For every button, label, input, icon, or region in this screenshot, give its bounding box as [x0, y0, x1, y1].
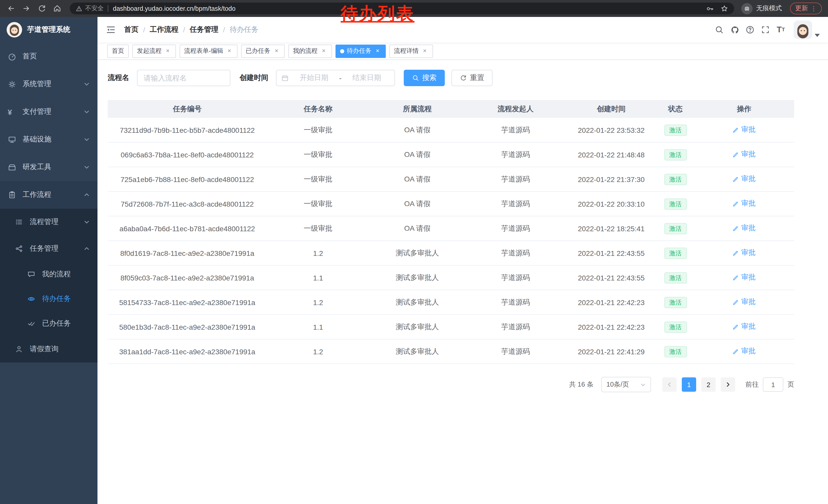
- sidebar-item-done-task[interactable]: 已办任务: [0, 311, 97, 336]
- sidebar-item-my-process[interactable]: 我的流程: [0, 262, 97, 287]
- cell-task-name: 1.1: [267, 323, 369, 331]
- reset-button-label: 重置: [470, 73, 484, 83]
- incognito-badge: 无痕模式: [741, 3, 782, 14]
- close-icon[interactable]: ×: [273, 47, 280, 55]
- tab-done-task[interactable]: 已办任务 ×: [241, 44, 285, 58]
- page-size-value: 10条/页: [606, 380, 629, 389]
- chevron-up-icon: [84, 192, 90, 198]
- sidebar-item-label: 基础设施: [23, 135, 51, 144]
- approve-link[interactable]: 审批: [733, 273, 756, 282]
- sidebar-item-task-mgmt[interactable]: 任务管理: [0, 235, 97, 262]
- user-menu[interactable]: [794, 20, 820, 39]
- github-icon[interactable]: [727, 22, 742, 37]
- security-label[interactable]: 不安全: [85, 4, 104, 13]
- approve-link[interactable]: 审批: [733, 297, 756, 307]
- sidebar-item-workflow[interactable]: 工作流程: [0, 181, 97, 209]
- prev-page-button[interactable]: [662, 377, 677, 392]
- approve-link[interactable]: 审批: [733, 199, 756, 209]
- browser-update-button[interactable]: 更新 ⋮: [790, 3, 822, 14]
- url-text[interactable]: dashboard.yudao.iocoder.cn/bpm/task/todo: [113, 5, 236, 12]
- tab-todo-task[interactable]: 待办任务 ×: [335, 44, 386, 58]
- reset-button[interactable]: 重置: [451, 70, 493, 86]
- bookmark-star-icon[interactable]: [720, 4, 729, 12]
- tab-process-detail[interactable]: 流程详情 ×: [389, 44, 433, 58]
- approve-link[interactable]: 审批: [733, 125, 756, 135]
- sidebar-item-payment[interactable]: ¥ 支付管理: [0, 98, 97, 126]
- next-page-button[interactable]: [721, 377, 735, 392]
- goto-page-input[interactable]: [763, 377, 783, 392]
- page-size-select[interactable]: 10条/页: [601, 377, 651, 392]
- font-size-icon[interactable]: TT: [773, 22, 788, 37]
- avatar[interactable]: [794, 20, 812, 39]
- close-icon[interactable]: ×: [226, 47, 233, 55]
- page-button-2[interactable]: 2: [701, 377, 716, 392]
- cell-task-id: 73211d9d-7b9b-11ec-b5b7-acde48001122: [108, 126, 267, 134]
- date-range-picker[interactable]: 开始日期 - 结束日期: [276, 70, 395, 86]
- home-icon[interactable]: [50, 2, 64, 15]
- approve-link[interactable]: 审批: [733, 224, 756, 233]
- sidebar-item-label: 待办任务: [42, 294, 71, 304]
- tab-my-process[interactable]: 我的流程 ×: [288, 44, 332, 58]
- sidebar-item-label: 任务管理: [30, 244, 58, 253]
- tab-start-process[interactable]: 发起流程 ×: [132, 44, 176, 58]
- approve-link[interactable]: 审批: [733, 175, 756, 184]
- breadcrumb-current: 待办任务: [230, 25, 258, 34]
- cell-created: 2022-01-22 18:25:41: [566, 224, 657, 232]
- help-icon[interactable]: [742, 22, 758, 37]
- end-date-input[interactable]: 结束日期: [344, 73, 390, 83]
- process-name-input[interactable]: [137, 70, 230, 86]
- list-icon: [15, 218, 24, 226]
- app-logo[interactable]: 芋道管理系统: [0, 17, 97, 43]
- table-row: 381aa1dd-7ac8-11ec-a9e2-a2380e71991a 1.2…: [108, 339, 794, 364]
- sidebar-item-infrastructure[interactable]: 基础设施: [0, 126, 97, 153]
- column-actions: 操作: [694, 104, 794, 113]
- tab-home[interactable]: 首页: [107, 44, 129, 58]
- search-button[interactable]: 搜索: [404, 70, 445, 86]
- logo-image: [7, 22, 22, 37]
- back-icon[interactable]: [4, 2, 17, 15]
- approve-link[interactable]: 审批: [733, 322, 756, 331]
- reload-icon[interactable]: [35, 2, 48, 15]
- approve-link[interactable]: 审批: [733, 150, 756, 159]
- sidebar-collapse-icon[interactable]: [106, 25, 116, 35]
- approve-link[interactable]: 审批: [733, 248, 756, 258]
- sidebar-menu: 首页 系统管理 ¥ 支付管理: [0, 43, 97, 363]
- tab-form-edit[interactable]: 流程表单-编辑 ×: [179, 44, 238, 58]
- cell-task-name: 一级审批: [267, 150, 369, 159]
- cell-initiator: 芋道源码: [465, 150, 566, 159]
- browser-menu-icon[interactable]: ⋮: [811, 5, 817, 12]
- password-key-icon[interactable]: [706, 4, 714, 12]
- app-title: 芋道管理系统: [27, 25, 70, 34]
- cell-created: 2022-01-21 22:42:23: [566, 298, 657, 306]
- breadcrumb-home[interactable]: 首页: [124, 25, 138, 34]
- tags-view: 首页 发起流程 × 流程表单-编辑 × 已办任务 × 我的流程 ×: [97, 43, 828, 60]
- close-icon[interactable]: ×: [164, 47, 171, 55]
- cell-process: OA 请假: [369, 199, 465, 209]
- sidebar-item-home[interactable]: 首页: [0, 43, 97, 70]
- search-button-label: 搜索: [422, 73, 437, 83]
- cell-process: 测试多审批人: [369, 347, 465, 356]
- sidebar-item-todo-task[interactable]: 待办任务: [0, 287, 97, 311]
- cell-initiator: 芋道源码: [465, 224, 566, 233]
- breadcrumb-task-mgmt[interactable]: 任务管理: [190, 25, 218, 34]
- close-icon[interactable]: ×: [374, 47, 381, 55]
- sidebar-item-system[interactable]: 系统管理: [0, 70, 97, 98]
- edit-icon: [733, 250, 739, 256]
- sidebar-item-leave-query[interactable]: 请假查询: [0, 336, 97, 363]
- fullscreen-icon[interactable]: [758, 22, 773, 37]
- page-button-1[interactable]: 1: [682, 377, 696, 392]
- double-check-icon: [27, 319, 36, 328]
- start-date-input[interactable]: 开始日期: [291, 73, 337, 83]
- cell-task-name: 1.2: [267, 249, 369, 257]
- forward-icon[interactable]: [19, 2, 33, 15]
- monitor-icon: [8, 135, 16, 144]
- sidebar-item-devtools[interactable]: 研发工具: [0, 153, 97, 181]
- gear-icon: [8, 80, 16, 88]
- close-icon[interactable]: ×: [421, 47, 428, 55]
- approve-link[interactable]: 审批: [733, 347, 756, 356]
- omnibox-divider: [108, 5, 108, 12]
- search-icon[interactable]: [711, 22, 727, 37]
- sidebar-item-process-mgmt[interactable]: 流程管理: [0, 209, 97, 235]
- breadcrumb-workflow[interactable]: 工作流程: [150, 25, 178, 34]
- close-icon[interactable]: ×: [320, 47, 327, 55]
